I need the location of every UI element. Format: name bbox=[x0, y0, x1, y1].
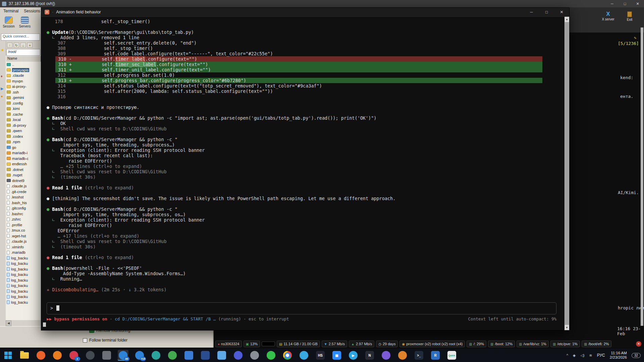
claude-scrollbar[interactable]: ▲ ▼ bbox=[565, 17, 569, 330]
file-list-scroll-left-button[interactable]: ◀ bbox=[6, 320, 11, 326]
claude-close-button[interactable]: ✕ bbox=[554, 8, 569, 16]
file-item[interactable]: .. bbox=[6, 62, 41, 67]
file-item[interactable]: .zshrc bbox=[6, 217, 41, 222]
file-item[interactable]: .codex bbox=[6, 134, 41, 139]
tray-shield-icon[interactable]: ◈ bbox=[573, 353, 576, 358]
follow-terminal-folder-checkbox[interactable]: Follow terminal folder bbox=[83, 338, 127, 343]
file-item[interactable]: .npm bbox=[6, 139, 41, 145]
moba-maximize-button[interactable]: □ bbox=[619, 0, 631, 7]
file-item[interactable]: .viminfo bbox=[6, 244, 41, 250]
tray-volume-icon[interactable]: ◁) bbox=[580, 353, 584, 358]
taskbar-edge-profile-1-icon[interactable]: 30 bbox=[118, 350, 128, 361]
menu-terminal[interactable]: Terminal bbox=[3, 9, 18, 15]
taskbar-blue-app-icon[interactable] bbox=[183, 350, 194, 361]
home-icon[interactable]: ⌂ bbox=[20, 43, 26, 48]
file-item[interactable]: .gitconfig bbox=[6, 205, 41, 211]
refresh-icon[interactable]: ↻ bbox=[14, 43, 19, 48]
taskbar-dark-app-icon[interactable] bbox=[85, 350, 96, 361]
bookmark-icon[interactable]: ♦ bbox=[1, 74, 3, 78]
taskbar-navy-app-icon[interactable] bbox=[200, 350, 211, 361]
taskbar-notion-icon[interactable]: N bbox=[364, 350, 375, 361]
file-item[interactable]: ai-proxy- bbox=[6, 84, 41, 89]
file-item[interactable]: .local bbox=[6, 117, 41, 123]
file-item[interactable]: .mariadb bbox=[6, 250, 41, 255]
menu-sessions[interactable]: Sessions bbox=[24, 9, 40, 15]
file-item[interactable]: .bash_his bbox=[6, 200, 41, 206]
file-item[interactable]: .di-proxy bbox=[6, 123, 41, 128]
status-dot-icon[interactable]: ● bbox=[1, 95, 3, 98]
file-item[interactable]: dotnet9 bbox=[6, 178, 41, 184]
file-item[interactable]: log_backu bbox=[6, 294, 41, 300]
taskbar-skype-icon[interactable] bbox=[299, 350, 309, 361]
taskbar-quick-assist-icon[interactable]: Quick bbox=[446, 350, 457, 361]
session-button[interactable]: Session bbox=[1, 15, 17, 33]
file-item[interactable]: log_backu bbox=[6, 272, 41, 278]
file-item[interactable]: proxyapis bbox=[6, 67, 41, 73]
file-item[interactable]: log_backu bbox=[6, 283, 41, 289]
favorites-star-icon[interactable]: ★ bbox=[1, 48, 4, 52]
taskbar-purple-app-icon[interactable] bbox=[381, 350, 391, 361]
file-item[interactable]: log_backu bbox=[6, 266, 41, 272]
send-icon[interactable]: ▶ bbox=[1, 87, 3, 90]
monitor-close-button[interactable]: ✕ bbox=[636, 341, 641, 347]
taskbar-chrome-browser-icon[interactable] bbox=[282, 350, 293, 361]
tray-language-indicator[interactable]: РУС bbox=[597, 353, 605, 358]
file-item[interactable]: .git-crede bbox=[6, 189, 41, 195]
moba-close-button[interactable]: ✕ bbox=[631, 0, 644, 7]
file-item[interactable]: .claude.js bbox=[6, 183, 41, 189]
file-item[interactable]: .dotnet bbox=[6, 167, 41, 173]
notification-center-button[interactable]: 32 bbox=[632, 353, 641, 358]
taskbar-telegram-icon[interactable]: ▶ bbox=[348, 350, 359, 361]
taskbar-brave-browser-icon[interactable] bbox=[36, 350, 46, 361]
taskbar-utility-app-icon[interactable] bbox=[101, 350, 112, 361]
taskbar-zoom-icon[interactable]: ▣ bbox=[331, 350, 342, 361]
taskbar-opera-browser-icon[interactable]: 2 bbox=[68, 350, 79, 361]
file-item[interactable]: .profile bbox=[6, 222, 41, 228]
file-item[interactable]: .wget-hst bbox=[6, 233, 41, 239]
taskbar-documents-app-icon[interactable] bbox=[216, 350, 227, 361]
terminal-scrollbar[interactable] bbox=[641, 27, 643, 326]
mobaxterm-titlebar[interactable]: 37.187.136.86 ([root ovh]) ─ □ ✕ bbox=[0, 0, 644, 7]
tray-clock[interactable]: 11:16 AM 2/23/2026 bbox=[610, 351, 627, 360]
path-input[interactable]: /root/ bbox=[6, 49, 40, 56]
file-item[interactable]: .claude bbox=[6, 73, 41, 78]
scrollbar-thumb[interactable] bbox=[565, 22, 569, 325]
taskbar-indigo-app-icon[interactable] bbox=[233, 350, 244, 361]
file-item[interactable]: .gemini bbox=[6, 95, 41, 101]
taskbar-file-explorer-icon[interactable] bbox=[19, 350, 30, 361]
terminal-output[interactable]: 178 self._stop_timer() ● Update(D:\CODIN… bbox=[41, 17, 565, 330]
column-header-name[interactable]: Name bbox=[6, 56, 41, 62]
file-item[interactable]: mariadb-i bbox=[6, 150, 41, 156]
claude-maximize-button[interactable]: □ bbox=[539, 8, 554, 16]
moba-minimize-button[interactable]: ─ bbox=[606, 0, 619, 7]
taskbar-hearthstone-icon[interactable]: HS bbox=[315, 350, 326, 361]
file-item[interactable]: log_backu bbox=[6, 255, 41, 261]
file-item[interactable]: .config bbox=[6, 101, 41, 106]
taskbar-orange-app-icon[interactable] bbox=[397, 350, 408, 361]
taskbar-powershell-icon[interactable]: >_ bbox=[414, 350, 424, 361]
new-folder-icon[interactable]: + bbox=[27, 43, 33, 48]
file-item[interactable]: .qwen bbox=[6, 128, 41, 134]
file-item[interactable]: .lesshst bbox=[6, 194, 41, 200]
file-item[interactable]: myvpn bbox=[6, 78, 41, 84]
file-item[interactable]: .nuget bbox=[6, 172, 41, 178]
file-item[interactable]: endlessh bbox=[6, 161, 41, 167]
tray-network-icon[interactable]: ≋ bbox=[589, 353, 592, 358]
file-item[interactable]: mariadb-c bbox=[6, 156, 41, 162]
file-item[interactable]: .claude.js bbox=[6, 239, 41, 244]
file-item[interactable]: go bbox=[6, 145, 41, 150]
quick-connect-input[interactable]: Quick connect... bbox=[1, 34, 40, 41]
file-item[interactable]: .kimi bbox=[6, 106, 41, 112]
up-directory-icon[interactable]: ↑ bbox=[7, 43, 12, 48]
file-item[interactable]: log_backu bbox=[6, 261, 41, 266]
taskbar-teal-app-icon[interactable] bbox=[151, 350, 161, 361]
x-server-button[interactable]: X X server bbox=[599, 11, 617, 21]
file-item[interactable]: log_backu bbox=[6, 278, 41, 283]
taskbar-firefox-browser-icon[interactable] bbox=[52, 350, 63, 361]
claude-titlebar[interactable]: > · Animation field behavior ─ □ ✕ bbox=[41, 8, 569, 17]
taskbar-start-icon[interactable] bbox=[3, 350, 13, 361]
exit-button[interactable]: Exit bbox=[621, 11, 639, 21]
scroll-down-arrow[interactable]: ▼ bbox=[565, 325, 569, 330]
file-item[interactable]: .tmux.co bbox=[6, 228, 41, 233]
scroll-up-arrow[interactable]: ▲ bbox=[565, 17, 569, 22]
